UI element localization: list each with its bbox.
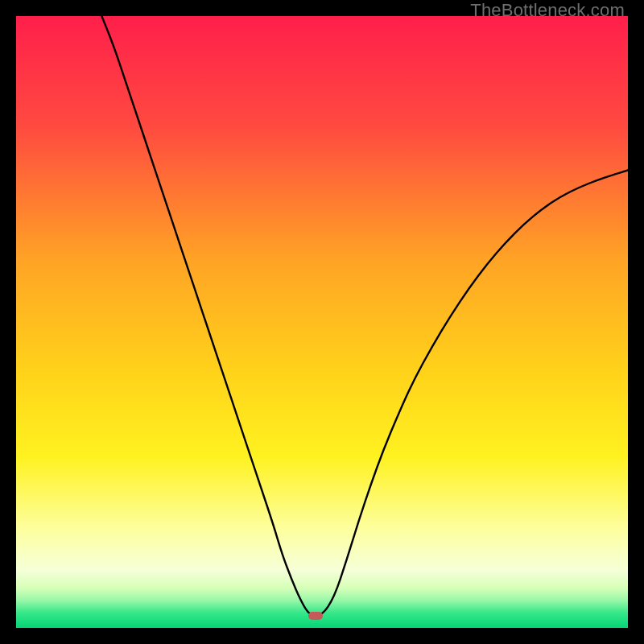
chart-frame [16,16,628,628]
optimum-marker [308,612,323,620]
watermark-label: TheBottleneck.com [470,0,625,21]
chart-svg [16,16,628,628]
gradient-background [16,16,628,628]
